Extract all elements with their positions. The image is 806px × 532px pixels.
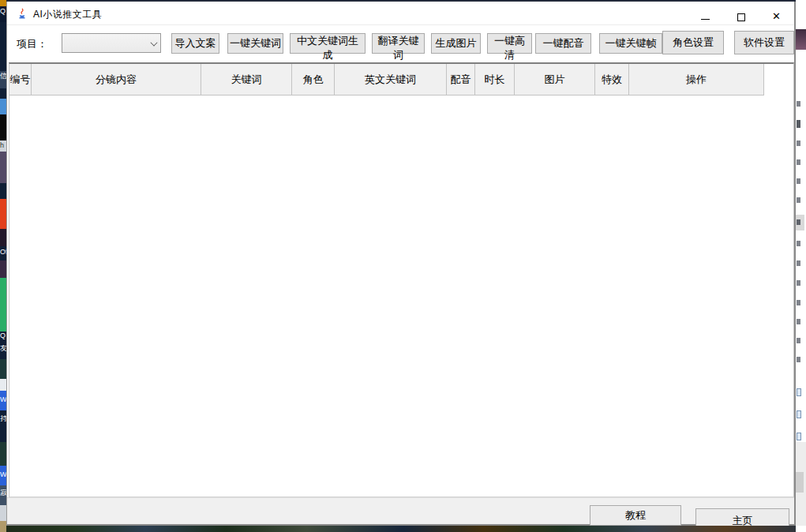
maximize-icon (737, 13, 745, 21)
column-header-filler (764, 64, 793, 96)
close-icon: ✕ (759, 10, 794, 22)
software-settings-button[interactable]: 软件设置 (734, 31, 794, 54)
app-window: AI小说推文工具 ✕ 项目： 导入文案 一键关键词 中文关键词生成 翻译关键词 … (6, 2, 796, 526)
minimize-button[interactable] (688, 2, 723, 25)
desktop-icon-fragment (0, 379, 6, 391)
desktop-text-fragment: Q (0, 332, 6, 339)
background-window-fragment (796, 472, 804, 493)
window-title: AI小说推文工具 (33, 8, 102, 21)
desktop-text-fragment: 持 (0, 415, 6, 422)
desktop-text-fragment: 友 (0, 345, 6, 352)
project-label: 项目： (17, 37, 47, 51)
one-click-hd-button[interactable]: 一键高清 (487, 33, 532, 54)
desktop-icon-fragment (0, 260, 6, 278)
text-fragment-mark (797, 260, 800, 266)
close-button[interactable]: ✕ (759, 2, 794, 25)
desktop-icon-fragment (0, 505, 6, 521)
text-fragment-mark (797, 197, 800, 203)
import-script-button[interactable]: 导入文案 (171, 33, 219, 54)
icon-fragment (797, 433, 801, 440)
column-header-image[interactable]: 图片 (515, 64, 595, 96)
desktop-edge-left: Q 信 h Of Q 友 W 持 W 寂 (0, 0, 6, 532)
column-header-dubbing[interactable]: 配音 (447, 64, 475, 96)
text-fragment-mark (797, 178, 800, 184)
text-fragment-mark (797, 140, 800, 146)
toolbar: 项目： 导入文案 一键关键词 中文关键词生成 翻译关键词 生成图片 一键高清 一… (7, 26, 794, 62)
translate-keywords-button[interactable]: 翻译关键词 (372, 33, 425, 54)
background-window-fragment (796, 29, 806, 50)
desktop-icon-fragment (0, 442, 6, 466)
text-fragment-mark (797, 280, 800, 286)
text-fragment-mark (797, 300, 800, 305)
icon-fragment (797, 388, 801, 396)
desktop-top-edge (0, 0, 806, 2)
text-fragment-mark (797, 120, 800, 128)
text-fragment-mark (797, 219, 800, 225)
column-header-number[interactable]: 编号 (9, 64, 32, 96)
storyboard-table: 编号 分镜内容 关键词 角色 英文关键词 配音 时长 图片 特效 操作 (9, 62, 794, 497)
desktop-icon-fragment (0, 359, 6, 379)
one-click-keyframe-button[interactable]: 一键关键帧 (599, 33, 662, 54)
desktop-text-fragment: Of (0, 249, 6, 256)
titlebar: AI小说推文工具 ✕ (7, 2, 794, 25)
column-header-effects[interactable]: 特效 (595, 64, 629, 96)
column-header-content[interactable]: 分镜内容 (32, 64, 201, 96)
table-header-row: 编号 分镜内容 关键词 角色 英文关键词 配音 时长 图片 特效 操作 (9, 64, 793, 96)
text-fragment-mark (797, 319, 800, 324)
text-fragment-mark (797, 241, 800, 246)
desktop-edge-right (796, 0, 806, 532)
desktop-icon-fragment (0, 114, 6, 140)
desktop-icon-fragment (0, 152, 6, 183)
character-settings-button[interactable]: 角色设置 (662, 31, 724, 54)
text-fragment-mark (797, 338, 800, 343)
maximize-button[interactable] (723, 2, 759, 25)
column-header-duration[interactable]: 时长 (475, 64, 515, 96)
chinese-keywords-generate-button[interactable]: 中文关键词生成 (290, 33, 366, 54)
text-fragment-mark (797, 101, 800, 107)
column-header-actions[interactable]: 操作 (629, 64, 764, 96)
table-body-viewport (9, 96, 793, 496)
desktop-text-fragment: Q (0, 8, 6, 15)
desktop-text-fragment: W (0, 471, 6, 478)
text-fragment-mark (797, 357, 800, 362)
desktop-icon-fragment (0, 229, 6, 246)
desktop-icon-fragment (0, 278, 6, 332)
icon-fragment (797, 410, 801, 418)
column-header-keywords[interactable]: 关键词 (201, 64, 292, 96)
desktop-text-fragment: 寂 (0, 489, 6, 496)
desktop-icon-fragment (0, 199, 6, 229)
java-app-icon (17, 8, 28, 19)
desktop-text-fragment: 信 (0, 73, 6, 80)
desktop-text-fragment: h (0, 142, 6, 149)
minimize-icon (701, 19, 710, 20)
desktop-icon-fragment (0, 521, 6, 532)
desktop-bottom-edge (0, 526, 806, 532)
desktop-text-fragment: W (0, 396, 6, 403)
project-select[interactable] (62, 33, 161, 53)
footer-bar: 教程 主页 (7, 497, 794, 524)
desktop-icon-fragment (0, 99, 6, 114)
column-header-role[interactable]: 角色 (292, 64, 335, 96)
column-header-english-keywords[interactable]: 英文关键词 (335, 64, 447, 96)
generate-images-button[interactable]: 生成图片 (431, 33, 481, 54)
one-click-dubbing-button[interactable]: 一键配音 (535, 33, 591, 54)
text-fragment-mark (797, 159, 800, 165)
desktop-icon-fragment (0, 0, 6, 6)
tutorial-button[interactable]: 教程 (590, 505, 681, 526)
one-click-keywords-button[interactable]: 一键关键词 (227, 33, 283, 54)
